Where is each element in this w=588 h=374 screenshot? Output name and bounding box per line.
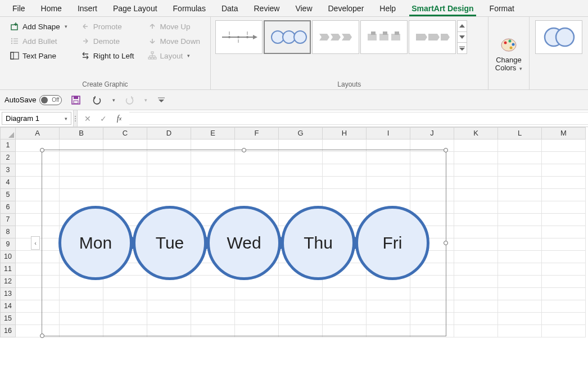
cell[interactable] — [454, 263, 498, 276]
column-header[interactable]: B — [60, 127, 103, 139]
column-header[interactable]: M — [542, 127, 586, 139]
qat-customize-button[interactable] — [154, 93, 169, 107]
row-header[interactable]: 1 — [0, 139, 16, 152]
layout-thumb-3[interactable] — [312, 20, 359, 54]
cell[interactable] — [542, 288, 586, 300]
cell[interactable] — [498, 238, 542, 251]
resize-handle-bl[interactable] — [40, 334, 44, 338]
cell[interactable] — [454, 251, 498, 263]
column-header[interactable]: D — [147, 127, 191, 139]
layout-thumb-1[interactable] — [215, 20, 263, 54]
row-header[interactable]: 7 — [0, 214, 16, 226]
cell[interactable] — [498, 226, 542, 238]
spreadsheet-grid[interactable]: A B C D E F G H I J K L M 12345678910111… — [0, 127, 588, 374]
cell[interactable] — [542, 276, 586, 288]
smartart-node[interactable]: Thu — [281, 206, 355, 280]
cell[interactable] — [454, 177, 498, 189]
enter-formula-button[interactable]: ✓ — [96, 111, 111, 126]
cell[interactable] — [454, 238, 498, 251]
cell[interactable] — [454, 189, 498, 201]
menu-data[interactable]: Data — [214, 2, 246, 15]
cell[interactable] — [454, 325, 498, 337]
cell[interactable] — [454, 313, 498, 325]
cell[interactable] — [542, 263, 586, 276]
column-header[interactable]: F — [235, 127, 279, 139]
cell[interactable] — [498, 325, 542, 337]
cell[interactable] — [542, 325, 586, 337]
row-header[interactable]: 14 — [0, 300, 16, 313]
layout-thumb-4[interactable] — [360, 20, 408, 54]
column-header[interactable]: E — [191, 127, 235, 139]
chevron-down-icon[interactable]: ▾ — [65, 116, 67, 121]
text-pane-opener[interactable]: ‹ — [31, 236, 40, 250]
menu-formulas[interactable]: Formulas — [165, 2, 214, 15]
cell[interactable] — [542, 300, 586, 313]
row-header[interactable]: 5 — [0, 189, 16, 201]
cell[interactable] — [542, 139, 586, 152]
cell[interactable] — [454, 152, 498, 164]
menu-insert[interactable]: Insert — [70, 2, 105, 15]
column-header[interactable]: H — [323, 127, 367, 139]
layout-thumb-5[interactable] — [409, 20, 456, 54]
layout-thumb-2-selected[interactable] — [264, 20, 311, 54]
cell[interactable] — [454, 214, 498, 226]
cell[interactable] — [498, 313, 542, 325]
cell[interactable] — [542, 251, 586, 263]
column-header[interactable]: G — [279, 127, 323, 139]
row-header[interactable]: 6 — [0, 201, 16, 214]
cell[interactable] — [454, 288, 498, 300]
formula-bar-resize-handle[interactable] — [73, 110, 78, 127]
row-header[interactable]: 12 — [0, 276, 16, 288]
resize-handle-mr[interactable] — [444, 241, 448, 245]
cell[interactable] — [498, 263, 542, 276]
undo-button[interactable] — [90, 93, 105, 107]
cell[interactable] — [542, 152, 586, 164]
cell[interactable] — [498, 251, 542, 263]
cell[interactable] — [454, 201, 498, 214]
cell[interactable] — [498, 177, 542, 189]
row-header[interactable]: 15 — [0, 313, 16, 325]
row-header[interactable]: 16 — [0, 325, 16, 337]
menu-file[interactable]: File — [4, 2, 33, 15]
layouts-more-button[interactable] — [458, 43, 467, 53]
cell[interactable] — [454, 164, 498, 177]
cell[interactable] — [542, 177, 586, 189]
cell[interactable] — [542, 313, 586, 325]
column-header[interactable]: C — [103, 127, 147, 139]
menu-view[interactable]: View — [287, 2, 320, 15]
menu-help[interactable]: Help — [372, 2, 404, 15]
undo-dropdown[interactable]: ▾ — [112, 97, 115, 103]
cell[interactable] — [498, 214, 542, 226]
cell[interactable] — [542, 238, 586, 251]
row-header[interactable]: 13 — [0, 288, 16, 300]
smartart-diagram[interactable]: ‹ Mon Tue Wed Thu Fri — [42, 150, 446, 336]
cell[interactable] — [542, 189, 586, 201]
column-header[interactable]: K — [454, 127, 498, 139]
smartart-node[interactable]: Wed — [207, 206, 281, 280]
cell[interactable] — [498, 288, 542, 300]
cell[interactable] — [498, 276, 542, 288]
cancel-formula-button[interactable]: ✕ — [80, 111, 96, 126]
cell[interactable] — [498, 189, 542, 201]
add-shape-button[interactable]: Add Shape ▾ — [7, 20, 71, 33]
cell[interactable] — [454, 276, 498, 288]
row-header[interactable]: 2 — [0, 152, 16, 164]
select-all-corner[interactable] — [0, 127, 16, 139]
resize-handle-tr[interactable] — [444, 148, 448, 152]
column-header[interactable]: I — [367, 127, 410, 139]
cell[interactable] — [498, 152, 542, 164]
smartart-node[interactable]: Tue — [133, 206, 207, 280]
style-thumb-1[interactable] — [535, 20, 582, 54]
redo-dropdown[interactable]: ▾ — [144, 97, 147, 103]
row-header[interactable]: 9 — [0, 238, 16, 251]
row-header[interactable]: 4 — [0, 177, 16, 189]
column-header[interactable]: L — [498, 127, 542, 139]
cell[interactable] — [542, 226, 586, 238]
right-to-left-button[interactable]: Right to Left — [78, 49, 138, 62]
name-box[interactable]: Diagram 1 ▾ — [2, 112, 71, 125]
menu-smartart-design[interactable]: SmartArt Design — [404, 2, 481, 15]
row-header[interactable]: 11 — [0, 263, 16, 276]
menu-developer[interactable]: Developer — [320, 2, 372, 15]
smartart-node[interactable]: Mon — [58, 206, 133, 280]
cell[interactable] — [498, 139, 542, 152]
